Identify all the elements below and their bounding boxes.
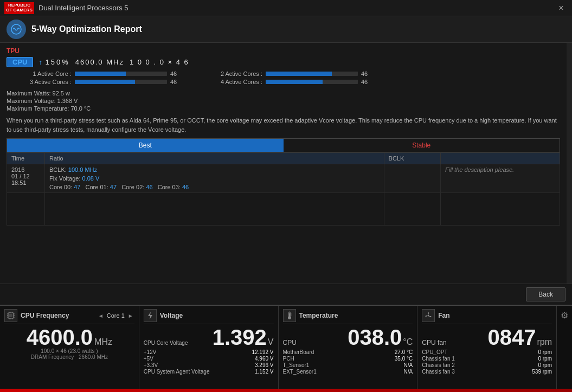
fan-value: 0847 rpm xyxy=(487,326,552,348)
sensor-cpu-opt: CPU_OPT 0 rpm xyxy=(422,349,552,355)
panel-fan: Fan CPU fan 0847 rpm CPU_OPT 0 rpm xyxy=(417,306,557,389)
cpu-row: CPU ↑ 150% 4600.0 MHz 1 0 0 . 0 × 4 6 xyxy=(7,57,560,67)
settings-panel: ⚙ xyxy=(557,306,572,389)
cpu-sub-values: 100.0 × 46 (23.0 watts ) DRAM Frequency … xyxy=(4,348,134,360)
bottom-panels: CPU Frequency ◄ Core 1 ► 4600.0 MHz 100.… xyxy=(0,305,572,389)
cell-time-2 xyxy=(7,193,45,226)
header-icon xyxy=(7,20,26,39)
core-nav: ◄ Core 1 ► xyxy=(97,312,134,319)
max-voltage: Maximum Voltage: 1.368 V xyxy=(7,98,560,104)
panel-temperature: Temperature CPU 038.0 °C MotherBoard 27.… xyxy=(279,306,418,389)
cpu-panel-body: 4600.0 MHz 100.0 × 46 (23.0 watts ) DRAM… xyxy=(4,326,134,385)
back-button[interactable]: Back xyxy=(526,287,565,301)
cell-bclk-1 xyxy=(384,164,440,193)
table-row-1: 2016 01 / 12 18:51 BCLK: 100.0 MHz Fix V… xyxy=(7,164,560,193)
cell-time-1: 2016 01 / 12 18:51 xyxy=(7,164,45,193)
cell-bclk-2 xyxy=(384,193,440,226)
cell-ratio-1: BCLK: 100.0 MHz Fix Voltage: 0.08 V Core… xyxy=(45,164,384,193)
temp-sensors: MotherBoard 27.0 °C PCH 35.0 °C T_Sensor… xyxy=(283,349,413,375)
temperature-icon xyxy=(283,309,296,322)
svg-point-0 xyxy=(11,24,21,34)
temp-big-label: CPU xyxy=(283,339,297,346)
sensor-3v3: +3.3V 3.296 V xyxy=(144,362,274,368)
cpu-mhz: 4600.0 MHz xyxy=(75,58,124,66)
close-button[interactable]: × xyxy=(555,2,568,15)
progress-row-1: 1 Active Core : 46 xyxy=(7,70,187,77)
col-bclk: BCLK xyxy=(384,153,440,164)
main-content: 5-Way Optimization Report TPU CPU ↑ 150%… xyxy=(0,16,572,392)
report-header: 5-Way Optimization Report xyxy=(0,16,572,43)
bar-3-active-cores xyxy=(75,80,167,84)
panel-cpu-freq: CPU Frequency ◄ Core 1 ► 4600.0 MHz 100.… xyxy=(0,306,139,389)
progress-rows: 1 Active Core : 46 2 Active Cores : 46 xyxy=(7,70,560,87)
col-time: Time xyxy=(7,153,45,164)
svg-point-22 xyxy=(428,315,429,317)
sensor-motherboard: MotherBoard 27.0 °C xyxy=(283,349,413,355)
fan-icon xyxy=(422,309,435,322)
max-watts: Maximum Watts: 92.5 w xyxy=(7,90,560,97)
report-scroll[interactable]: TPU CPU ↑ 150% 4600.0 MHz 1 0 0 . 0 × 4 … xyxy=(0,43,567,284)
sensor-chassis3: Chassis fan 3 539 rpm xyxy=(422,369,552,375)
tab-stable[interactable]: Stable xyxy=(284,139,560,152)
page-title: 5-Way Optimization Report xyxy=(31,24,142,34)
progress-row-4: 4 Active Cores : 46 xyxy=(197,79,377,85)
col-desc xyxy=(441,153,560,164)
fan-panel-body: CPU fan 0847 rpm CPU_OPT 0 rpm Chassis f… xyxy=(422,326,552,385)
warning-text: When you run a third-party stress test s… xyxy=(7,116,560,134)
voltage-icon xyxy=(144,309,157,322)
voltage-value: 1.392 V xyxy=(213,326,274,348)
sensor-chassis1: Chassis fan 1 0 rpm xyxy=(422,356,552,362)
panel-header-voltage: Voltage xyxy=(144,309,274,324)
cell-desc-1: Fill the description please. xyxy=(441,164,560,193)
core-prev-button[interactable]: ◄ xyxy=(97,313,105,319)
core-voltage-label: CPU Core Voltage xyxy=(144,340,188,346)
settings-icon[interactable]: ⚙ xyxy=(561,310,568,320)
max-temp: Maximum Temperature: 70.0 °C xyxy=(7,105,560,112)
voltage-panel-body: CPU Core Voltage 1.392 V +12V 12.192 V +… xyxy=(144,326,274,385)
fan-sensors: CPU_OPT 0 rpm Chassis fan 1 0 rpm Chassi… xyxy=(422,349,552,375)
temp-panel-title: Temperature xyxy=(299,312,338,319)
sensor-t1: T_Sensor1 N/A xyxy=(283,362,413,368)
progress-row-2: 2 Active Cores : 46 xyxy=(197,70,377,77)
panel-header-temp: Temperature xyxy=(283,309,413,324)
panel-header-cpu: CPU Frequency ◄ Core 1 ► xyxy=(4,309,134,324)
cell-desc-2 xyxy=(441,193,560,226)
progress-row-3: 3 Active Cores : 46 xyxy=(7,79,187,85)
svg-rect-18 xyxy=(289,313,290,317)
svg-marker-15 xyxy=(148,312,152,319)
svg-rect-2 xyxy=(9,314,12,317)
window-title: Dual Intelligent Processors 5 xyxy=(38,4,555,12)
sensor-ext1: EXT_Sensor1 N/A xyxy=(283,369,413,375)
tpu-label: TPU xyxy=(7,47,560,55)
sensor-12v: +12V 12.192 V xyxy=(144,349,274,355)
cpu-multiplier: 1 0 0 . 0 × 4 6 xyxy=(130,58,189,66)
sensor-pch: PCH 35.0 °C xyxy=(283,356,413,362)
title-bar: REPUBLICOF GAMERS Dual Intelligent Proce… xyxy=(0,0,572,16)
cpu-badge: CPU xyxy=(7,57,33,67)
fan-big-label: CPU fan xyxy=(422,339,446,346)
cpu-freq-icon xyxy=(4,309,17,322)
app-logo: REPUBLICOF GAMERS xyxy=(4,2,34,14)
col-ratio: Ratio xyxy=(45,153,384,164)
temp-value: 038.0 °C xyxy=(348,326,413,348)
voltage-panel-title: Voltage xyxy=(160,312,183,319)
cpu-panel-title: CPU Frequency xyxy=(21,312,69,319)
sensor-5v: +5V 4.960 V xyxy=(144,356,274,362)
cpu-freq-value: 4600.0 MHz xyxy=(4,326,134,348)
scrollbar[interactable] xyxy=(567,43,572,284)
logo-text: REPUBLICOF GAMERS xyxy=(6,3,32,13)
sensor-vsa: CPU System Agent Voltage 1.152 V xyxy=(144,369,274,375)
sensor-chassis2: Chassis fan 2 0 rpm xyxy=(422,362,552,368)
panel-header-fan: Fan xyxy=(422,309,552,324)
bar-2-active-cores xyxy=(266,72,358,76)
results-table: Time Ratio BCLK 2016 01 / 12 18:51 BCLK:… xyxy=(7,152,560,226)
cell-ratio-2 xyxy=(45,193,384,226)
report-area: TPU CPU ↑ 150% 4600.0 MHz 1 0 0 . 0 × 4 … xyxy=(0,43,572,284)
bar-1-active-core xyxy=(75,72,167,76)
core-label: Core 1 xyxy=(107,312,125,319)
core-next-button[interactable]: ► xyxy=(127,313,134,319)
tab-best[interactable]: Best xyxy=(7,139,284,152)
table-row-2 xyxy=(7,193,560,226)
tabs-row: Best Stable xyxy=(7,138,560,152)
panel-voltage: Voltage CPU Core Voltage 1.392 V +12V 12… xyxy=(139,306,279,389)
